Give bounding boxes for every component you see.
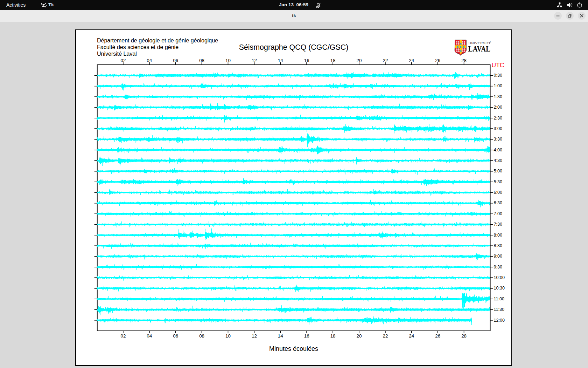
svg-text:LAVAL: LAVAL	[468, 44, 491, 53]
